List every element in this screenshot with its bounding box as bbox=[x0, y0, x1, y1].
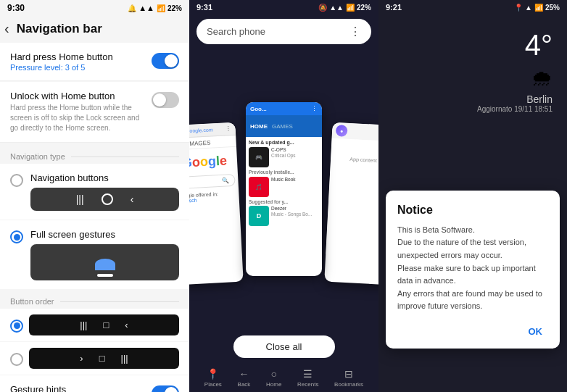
time-p2: 9:31 bbox=[196, 3, 212, 12]
btn-order-preview-2: › □ ||| bbox=[29, 348, 179, 369]
browser-url: www.google.com bbox=[189, 127, 213, 134]
notice-ok-button[interactable]: OK bbox=[523, 323, 549, 340]
recent-app-card-left[interactable]: www.google.com ⋮ ALL IMAGES Google 🔍 Goo… bbox=[189, 122, 244, 285]
google-search-bar: 🔍 bbox=[189, 174, 236, 189]
btn-order-radio-1[interactable] bbox=[10, 320, 23, 333]
btn-order-icon-2c: ||| bbox=[121, 353, 128, 364]
card-menu-left[interactable]: ⋮ bbox=[225, 125, 231, 132]
notice-body: This is Beta Software.Due to the nature … bbox=[397, 224, 548, 313]
status-bar-p3: 9:21 📍 ▲ 📶 25% bbox=[378, 0, 567, 14]
location-icon: 📍 bbox=[514, 4, 523, 12]
card-body-center: New & updated g... 🎮 C-OPSCritical Ops P… bbox=[246, 137, 322, 229]
weather-city: Berlin bbox=[526, 93, 552, 105]
recent-app-card-center[interactable]: Goo... ⋮ HOME GAMES New & updated g... 🎮… bbox=[246, 102, 322, 276]
nav-buttons-preview: ||| ‹ bbox=[30, 188, 179, 211]
hard-press-home-item: Hard press Home button Pressure level: 3… bbox=[0, 43, 189, 81]
bottom-nav-home[interactable]: ○ Home bbox=[266, 368, 281, 388]
btn-order-icon-1a: ||| bbox=[80, 320, 87, 330]
app-thumb-3-text: DeezerMusic - Songs Bo... bbox=[271, 206, 319, 226]
nav-buttons-option[interactable]: Navigation buttons ||| ‹ bbox=[0, 164, 189, 220]
btn-order-icon-2a: › bbox=[80, 353, 83, 364]
close-all-button[interactable]: Close all bbox=[233, 335, 335, 358]
card-body-right: App content bbox=[326, 138, 378, 257]
btn-order-label-text: Button order bbox=[10, 297, 54, 306]
search-menu-icon[interactable]: ⋮ bbox=[349, 25, 361, 38]
app-thumb-3: D bbox=[249, 206, 269, 226]
nav-type-label: Navigation type bbox=[10, 152, 65, 161]
back-button[interactable]: ‹ bbox=[4, 20, 9, 37]
previously-label: Previously installe... bbox=[249, 170, 319, 175]
btn-order-row-2[interactable]: › □ ||| bbox=[0, 342, 189, 375]
bottom-nav-recents[interactable]: ☰ Recents bbox=[297, 368, 318, 388]
btn-order-radio-2[interactable] bbox=[10, 353, 23, 366]
gesture-hints-item: Gesture hints Show where to swipe up for… bbox=[0, 375, 189, 392]
unlock-home-toggle[interactable] bbox=[152, 92, 179, 108]
nav-back-icon: ‹ bbox=[131, 193, 134, 205]
gesture-hints-toggle[interactable] bbox=[152, 385, 179, 392]
bottom-nav-back[interactable]: ← Back bbox=[238, 368, 251, 388]
status-bar-p2: 9:31 🔕 ▲▲ 📶 22% bbox=[189, 0, 378, 14]
weather-temp: 4° bbox=[525, 29, 552, 62]
weather-updated: Aggiornato 19/11 18:51 bbox=[477, 105, 552, 113]
hard-press-toggle[interactable] bbox=[152, 53, 179, 69]
notice-dialog: Notice This is Beta Software.Due to the … bbox=[386, 191, 560, 349]
search-bar-text: Search phone bbox=[207, 26, 265, 37]
app-icon-right: ● bbox=[336, 125, 348, 137]
mute-icon: 🔕 bbox=[318, 4, 327, 12]
wifi-p2: ▲▲ bbox=[329, 4, 344, 12]
time-p3: 9:21 bbox=[386, 3, 402, 12]
card-menu-center[interactable]: ⋮ bbox=[311, 105, 318, 112]
search-bar-container: Search phone ⋮ bbox=[189, 14, 378, 49]
suggested-label: Suggested for y... bbox=[249, 199, 319, 204]
home-nav-label: Home bbox=[266, 381, 281, 388]
unlock-home-desc: Hard press the Home button while the scr… bbox=[10, 103, 144, 133]
gesture-blob bbox=[95, 259, 115, 270]
app-thumb-2: 🎵 bbox=[249, 177, 269, 197]
nav-home-circle bbox=[102, 193, 113, 205]
full-screen-radio[interactable] bbox=[10, 230, 23, 243]
places-icon: 📍 bbox=[207, 368, 219, 380]
btn-order-row-1[interactable]: ||| □ ‹ bbox=[0, 309, 189, 341]
hard-press-title: Hard press Home button bbox=[10, 51, 144, 62]
nav-type-divider: Navigation type bbox=[0, 143, 189, 164]
btn-order-radio-dot-1 bbox=[14, 322, 20, 329]
notice-ok-row: OK bbox=[397, 323, 548, 340]
full-screen-content: Full screen gestures bbox=[30, 229, 179, 280]
right-card-content: App content bbox=[334, 156, 378, 164]
back-nav-icon: ← bbox=[239, 368, 249, 380]
card-header-center: Goo... ⋮ bbox=[246, 102, 322, 115]
bottom-navigation: 📍 Places ← Back ○ Home ☰ Recents ⊟ Bookm… bbox=[189, 364, 378, 392]
battery-p2: 22% bbox=[357, 4, 371, 12]
notification-icon: 🔔 bbox=[128, 4, 136, 12]
gesture-hints-title: Gesture hints bbox=[10, 384, 152, 392]
signal-p3: 📶 bbox=[534, 4, 543, 12]
recents-nav-icon: ☰ bbox=[303, 368, 313, 380]
status-icons-p1: 🔔 ▲▲ 📶 22% bbox=[128, 4, 182, 12]
navigation-bar-settings-panel: 9:30 🔔 ▲▲ 📶 22% ‹ Navigation bar Hard pr… bbox=[0, 0, 189, 392]
page-title: Navigation bar bbox=[17, 22, 102, 36]
recent-app-card-right[interactable]: ● ⋮ App content bbox=[324, 122, 378, 285]
btn-order-preview-1: ||| □ ‹ bbox=[29, 314, 179, 335]
recent-apps-area: www.google.com ⋮ ALL IMAGES Google 🔍 Goo… bbox=[189, 49, 378, 330]
new-updated-label: New & updated g... bbox=[249, 140, 319, 145]
search-bar[interactable]: Search phone ⋮ bbox=[196, 19, 371, 44]
hard-press-text: Hard press Home button Pressure level: 3… bbox=[10, 51, 152, 72]
status-icons-p2: 🔕 ▲▲ 📶 22% bbox=[318, 4, 371, 12]
places-label: Places bbox=[204, 381, 222, 388]
unlock-home-item: Unlock with Home button Hard press the H… bbox=[0, 82, 189, 143]
bottom-nav-places[interactable]: 📍 Places bbox=[204, 368, 222, 388]
recents-nav-label: Recents bbox=[297, 381, 318, 388]
nav-buttons-radio[interactable] bbox=[10, 174, 23, 187]
hard-press-subtitle: Pressure level: 3 of 5 bbox=[10, 63, 144, 72]
home-tab-label: HOME bbox=[250, 123, 268, 130]
unlock-home-text: Unlock with Home button Hard press the H… bbox=[10, 91, 152, 133]
google-search-icon: 🔍 bbox=[221, 177, 228, 184]
btn-order-icon-2b: □ bbox=[99, 353, 105, 364]
battery-p1: 22% bbox=[167, 4, 182, 12]
time-p1: 9:30 bbox=[7, 3, 25, 13]
weather-cloud-icon: 🌧 bbox=[531, 66, 552, 91]
full-screen-gestures-option[interactable]: Full screen gestures bbox=[0, 220, 189, 289]
signal-p2: 📶 bbox=[346, 4, 355, 12]
bottom-nav-bookmarks[interactable]: ⊟ Bookmarks bbox=[334, 368, 363, 388]
offered-in: Google offered in: Deutsch bbox=[189, 189, 239, 206]
